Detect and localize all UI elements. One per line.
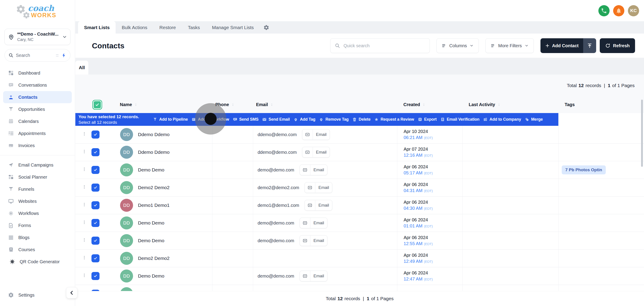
row-menu-icon[interactable] bbox=[82, 185, 86, 190]
row-checkbox[interactable] bbox=[92, 237, 100, 245]
sidebar-item-courses[interactable]: Courses bbox=[0, 243, 75, 256]
refresh-button[interactable]: Refresh bbox=[600, 38, 635, 53]
sidebar-item-social-planner[interactable]: Social Planner bbox=[0, 171, 75, 183]
bulk-action-email-verification[interactable]: Email Verification bbox=[440, 117, 480, 122]
bulk-action-delete[interactable]: Delete bbox=[352, 117, 370, 122]
avatar: DD bbox=[120, 199, 133, 212]
tab-smart-lists[interactable]: Smart Lists bbox=[78, 21, 116, 34]
column-header-last-activity[interactable]: Last Activity bbox=[462, 96, 558, 113]
notifications-button[interactable] bbox=[613, 5, 624, 16]
send-email-button[interactable]: Email bbox=[300, 271, 328, 281]
row-checkbox[interactable] bbox=[92, 254, 100, 262]
send-email-button[interactable]: Email bbox=[304, 200, 332, 211]
send-email-button[interactable]: Email bbox=[304, 182, 332, 193]
select-all-checkbox[interactable] bbox=[92, 100, 102, 110]
send-email-button[interactable]: Email bbox=[302, 147, 330, 158]
sidebar-item-email-campaigns[interactable]: Email Campaigns bbox=[0, 159, 75, 171]
user-avatar[interactable]: KC bbox=[628, 5, 639, 16]
tab-manage-smart-lists[interactable]: Manage Smart Lists bbox=[206, 21, 260, 34]
email-cell: demo@demo.com Email bbox=[253, 267, 397, 285]
sidebar-item-opportunities[interactable]: Opportunities bbox=[0, 103, 75, 115]
row-menu-icon[interactable] bbox=[82, 273, 86, 279]
tab-all[interactable]: All bbox=[75, 61, 88, 75]
sidebar-item-dashboard[interactable]: Dashboard bbox=[0, 67, 75, 79]
smartlists-settings-button[interactable] bbox=[260, 21, 273, 34]
row-menu-icon[interactable] bbox=[82, 202, 86, 208]
row-menu-icon[interactable] bbox=[82, 255, 86, 261]
contact-name[interactable]: Demo Demo bbox=[138, 220, 164, 226]
select-all-link[interactable]: Select all 12 records bbox=[78, 120, 153, 125]
row-menu-icon[interactable] bbox=[82, 149, 86, 155]
contact-name[interactable]: Demo2 Demo2 bbox=[138, 185, 170, 190]
sort-icon[interactable] bbox=[231, 103, 234, 107]
contact-name[interactable]: Ddemo Ddemo bbox=[138, 132, 170, 137]
more-filters-button[interactable]: More Filters bbox=[486, 38, 534, 53]
sidebar-search[interactable] bbox=[4, 49, 70, 62]
contact-name[interactable]: Demo1 Demo1 bbox=[138, 203, 170, 208]
add-contact-button[interactable]: Add Contact bbox=[540, 38, 583, 53]
sidebar-item-websites[interactable]: Websites bbox=[0, 195, 75, 207]
phone-button[interactable] bbox=[598, 5, 610, 16]
row-menu-icon[interactable] bbox=[82, 132, 86, 137]
columns-button[interactable]: Columns bbox=[436, 38, 479, 53]
contact-name[interactable]: Ddemo Ddemo bbox=[138, 150, 170, 155]
bulk-action-add-tag[interactable]: Add Tag bbox=[294, 117, 315, 122]
tab-tasks[interactable]: Tasks bbox=[182, 21, 206, 34]
sidebar-item-appointments[interactable]: Appointments bbox=[0, 127, 75, 139]
send-email-button[interactable]: Email bbox=[300, 165, 328, 175]
sidebar-item-contacts[interactable]: Contacts bbox=[3, 91, 72, 103]
quick-search-input[interactable] bbox=[344, 43, 426, 48]
bulk-action-merge[interactable]: Merge bbox=[524, 117, 543, 122]
row-checkbox[interactable] bbox=[92, 166, 100, 174]
row-checkbox[interactable] bbox=[92, 272, 100, 280]
bulk-action-remove-tag[interactable]: Remove Tag bbox=[319, 117, 348, 122]
column-header-email[interactable]: Email bbox=[253, 96, 397, 113]
import-contacts-button[interactable] bbox=[583, 38, 596, 53]
sidebar-item-invoices[interactable]: Invoices bbox=[0, 139, 75, 152]
contact-name[interactable]: Demo2 Demo2 bbox=[138, 256, 170, 261]
quick-search[interactable] bbox=[330, 38, 430, 53]
bulk-action-request-a-review[interactable]: Request a Review bbox=[374, 117, 414, 122]
sidebar-item-blogs[interactable]: Blogs bbox=[0, 231, 75, 243]
row-checkbox[interactable] bbox=[92, 148, 100, 156]
contact-name[interactable]: Demo Demo bbox=[138, 273, 164, 279]
row-menu-icon[interactable] bbox=[82, 167, 86, 173]
sort-icon[interactable] bbox=[134, 103, 138, 107]
sidebar-item-calendars[interactable]: Calendars bbox=[0, 115, 75, 127]
sort-icon[interactable] bbox=[497, 103, 501, 107]
sidebar-search-input[interactable] bbox=[16, 53, 54, 58]
bulk-action-add-to-pipeline[interactable]: Add to Pipeline bbox=[153, 117, 188, 122]
sidebar-item-qr-code-generator[interactable]: QR Code Generator bbox=[0, 256, 75, 268]
send-email-button[interactable]: Email bbox=[300, 235, 328, 246]
bulk-action-add-to-company[interactable]: Add to Company bbox=[483, 117, 521, 122]
bulk-action-send-sms[interactable]: Send SMS bbox=[233, 117, 258, 122]
contact-name[interactable]: Demo Demo bbox=[138, 238, 164, 243]
row-checkbox[interactable] bbox=[92, 219, 100, 227]
vertical-scrollbar[interactable] bbox=[641, 100, 643, 167]
contact-name[interactable]: Demo Demo bbox=[138, 167, 164, 173]
column-header-name[interactable]: Name bbox=[114, 96, 212, 113]
sidebar-item-conversations[interactable]: Conversations bbox=[0, 79, 75, 91]
row-menu-icon[interactable] bbox=[82, 220, 86, 226]
column-header-created[interactable]: Created bbox=[397, 96, 462, 113]
row-checkbox[interactable] bbox=[92, 184, 100, 192]
send-email-button[interactable]: Email bbox=[300, 218, 328, 228]
sidebar-collapse-button[interactable] bbox=[66, 287, 77, 298]
send-email-button[interactable]: Email bbox=[302, 129, 330, 140]
row-checkbox[interactable] bbox=[92, 201, 100, 209]
bulk-action-send-email[interactable]: Send Email bbox=[262, 117, 290, 122]
sidebar-item-settings[interactable]: Settings bbox=[0, 289, 75, 301]
sidebar-item-workflows[interactable]: Workflows bbox=[0, 207, 75, 219]
sort-icon[interactable] bbox=[270, 103, 274, 107]
row-checkbox[interactable] bbox=[92, 131, 100, 139]
location-selector[interactable]: **Demo - CoachW... Cary, NC bbox=[4, 29, 70, 45]
column-header-phone[interactable]: Phone bbox=[212, 96, 253, 113]
bulk-action-export[interactable]: Export bbox=[418, 117, 437, 122]
tab-restore[interactable]: Restore bbox=[154, 21, 182, 34]
row-menu-icon[interactable] bbox=[82, 238, 86, 243]
sort-icon[interactable] bbox=[422, 103, 426, 107]
bulk-action-add-to-workflow[interactable]: Add to Workflow bbox=[192, 117, 229, 122]
sidebar-item-forms[interactable]: Forms bbox=[0, 219, 75, 231]
tab-bulk-actions[interactable]: Bulk Actions bbox=[116, 21, 153, 34]
sidebar-item-funnels[interactable]: Funnels bbox=[0, 183, 75, 195]
